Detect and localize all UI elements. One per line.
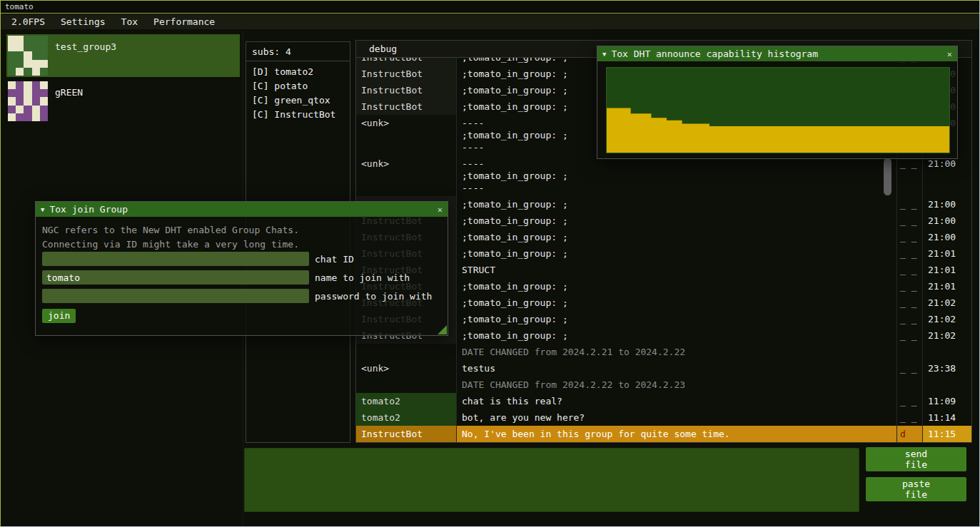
message-sender: InstructBot — [356, 82, 456, 98]
message-time: 21:01 — [922, 262, 971, 278]
message-sender: InstructBot — [356, 426, 456, 442]
message-time: 11:15 — [922, 426, 971, 442]
dht-histogram-titlebar[interactable]: ▼ Tox DHT announce capability histogram … — [597, 46, 957, 61]
group-name: test_group3 — [48, 36, 116, 52]
message-text: ;tomato_in_group: ; — [456, 311, 896, 327]
message-flags: _ _ — [896, 155, 922, 196]
message-flags: _ _ — [896, 295, 922, 311]
app-window: tomato 2.0FPS Settings Tox Performance t… — [0, 0, 980, 527]
message-time: 21:02 — [922, 327, 971, 344]
message-sender: InstructBot — [356, 66, 456, 82]
join-password-input[interactable] — [42, 289, 309, 303]
menu-tox[interactable]: Tox — [113, 14, 146, 30]
menu-performance[interactable]: Performance — [146, 14, 223, 30]
chat-message-row[interactable]: DATE CHANGED from 2024.2.22 to 2024.2.23 — [356, 377, 971, 393]
chat-id-label: chat ID — [315, 254, 354, 265]
message-text: ;tomato_in_group: ; — [456, 245, 896, 262]
message-sender — [356, 377, 456, 393]
chat-message-row[interactable]: InstructBot;tomato_in_group: ;_ _21:02 — [356, 295, 971, 311]
join-info-line-1: NGC refers to the New DHT enabled Group … — [42, 223, 441, 237]
chat-message-row[interactable]: InstructBotNo, I've been in this group f… — [356, 426, 971, 442]
dht-capability-plot[interactable] — [606, 67, 950, 153]
subs-header: subs: 4 — [246, 42, 350, 61]
chat-message-row[interactable]: InstructBot;tomato_in_group: ;_ _21:01 — [356, 245, 971, 262]
message-sender: <unk> — [356, 115, 456, 155]
subs-list: [D] tomato2[C] potato[C] green_qtox[C] I… — [246, 61, 350, 126]
chat-message-row[interactable]: InstructBot;tomato_in_group: ;_ _21:02 — [356, 311, 971, 327]
chat-message-row[interactable]: InstructBot;tomato_in_group: ;_ _21:00 — [356, 229, 971, 245]
close-icon[interactable]: ✕ — [438, 205, 443, 215]
group-name: gREEN — [48, 81, 83, 98]
chat-message-row[interactable]: InstructBot;tomato_in_group: ;_ _21:00 — [356, 196, 971, 213]
chat-message-row[interactable]: <unk>----;tomato_in_group: ;----_ _21:00 — [356, 155, 971, 196]
message-flags: _ _ — [896, 409, 922, 426]
message-sender: InstructBot — [356, 58, 456, 66]
message-text: bot, are you new here? — [456, 409, 896, 426]
menu-settings[interactable]: Settings — [53, 14, 113, 30]
chat-message-row[interactable]: InstructBot;tomato_in_group: ;_ _21:00 — [356, 213, 971, 229]
chat-message-row[interactable]: InstructBotSTRUCT_ _21:01 — [356, 262, 971, 278]
chat-message-row[interactable]: DATE CHANGED from 2024.2.21 to 2024.2.22 — [356, 344, 971, 360]
message-text: No, I've been in this group for quite so… — [456, 426, 896, 442]
dht-histogram-title: Tox DHT announce capability histogram — [611, 48, 941, 59]
message-flags: _ _ — [896, 229, 922, 245]
chat-message-row[interactable]: <unk>testus_ _23:38 — [356, 360, 971, 377]
os-title-bar[interactable]: tomato — [1, 1, 979, 14]
message-input[interactable] — [244, 448, 859, 512]
join-password-label: password to join with — [315, 291, 432, 302]
message-time: 21:00 — [922, 229, 971, 245]
menu-fps[interactable]: 2.0FPS — [4, 14, 53, 30]
message-text: ----;tomato_in_group: ;---- — [456, 155, 896, 196]
message-time: 21:00 — [922, 196, 971, 213]
subs-item-potato[interactable]: [C] potato — [252, 79, 344, 93]
group-avatar — [8, 81, 48, 121]
message-time: 11:09 — [922, 393, 971, 409]
message-flags: _ _ — [896, 196, 922, 213]
collapse-icon[interactable]: ▼ — [602, 51, 606, 58]
message-flags: _ _ — [896, 262, 922, 278]
join-name-label: name to join with — [315, 272, 410, 283]
message-flags: _ _ — [896, 278, 922, 295]
chat-scrollbar-thumb[interactable] — [884, 158, 891, 195]
dht-histogram-body — [597, 61, 957, 158]
paste-file-button[interactable]: paste file — [866, 477, 966, 501]
chat-id-input[interactable] — [42, 252, 309, 266]
message-flags: _ _ — [896, 327, 922, 344]
message-flags — [896, 344, 922, 360]
message-text: DATE CHANGED from 2024.2.21 to 2024.2.22 — [456, 344, 896, 360]
histogram-plot-svg — [607, 68, 949, 153]
message-text: ;tomato_in_group: ; — [456, 295, 896, 311]
chat-message-row[interactable]: tomato2chat is this real?_ _11:09 — [356, 393, 971, 409]
message-text: ;tomato_in_group: ; — [456, 327, 896, 344]
chat-message-row[interactable]: InstructBot;tomato_in_group: ;_ _21:01 — [356, 278, 971, 295]
message-text: chat is this real? — [456, 393, 896, 409]
send-file-button[interactable]: send file — [866, 447, 966, 471]
join-group-titlebar[interactable]: ▼ Tox join Group ✕ — [36, 202, 448, 217]
collapse-icon[interactable]: ▼ — [41, 206, 44, 213]
chat-message-row[interactable]: tomato2bot, are you new here?_ _11:14 — [356, 409, 971, 426]
subs-item-InstructBot[interactable]: [C] InstructBot — [252, 108, 344, 122]
sidebar-group-test_group3[interactable]: test_group3 — [6, 34, 240, 77]
message-flags: _ _ — [896, 393, 922, 409]
message-text: testus — [456, 360, 896, 377]
message-sender: InstructBot — [356, 98, 456, 115]
chat-message-row[interactable]: InstructBot;tomato_in_group: ;_ _21:02 — [356, 327, 971, 344]
sidebar-group-gREEN[interactable]: gREEN — [6, 80, 240, 123]
resize-grip[interactable] — [438, 325, 447, 334]
group-avatar — [8, 36, 48, 76]
message-time: 11:14 — [922, 409, 971, 426]
message-text: ;tomato_in_group: ; — [456, 229, 896, 245]
dht-histogram-window: ▼ Tox DHT announce capability histogram … — [597, 46, 958, 159]
join-button[interactable]: join — [42, 309, 76, 323]
subs-item-green_qtox[interactable]: [C] green_qtox — [252, 93, 344, 108]
join-name-input[interactable] — [42, 270, 309, 285]
close-icon[interactable]: ✕ — [947, 49, 952, 59]
menu-bar: 2.0FPS Settings Tox Performance — [1, 14, 979, 30]
message-time — [922, 377, 971, 393]
message-time: 21:02 — [922, 311, 971, 327]
message-flags: _ _ — [896, 360, 922, 377]
message-sender — [356, 344, 456, 360]
message-time: 21:00 — [922, 155, 971, 196]
subs-item-tomato2[interactable]: [D] tomato2 — [252, 65, 344, 79]
join-info-line-2: Connecting via ID might take a very long… — [42, 237, 441, 252]
